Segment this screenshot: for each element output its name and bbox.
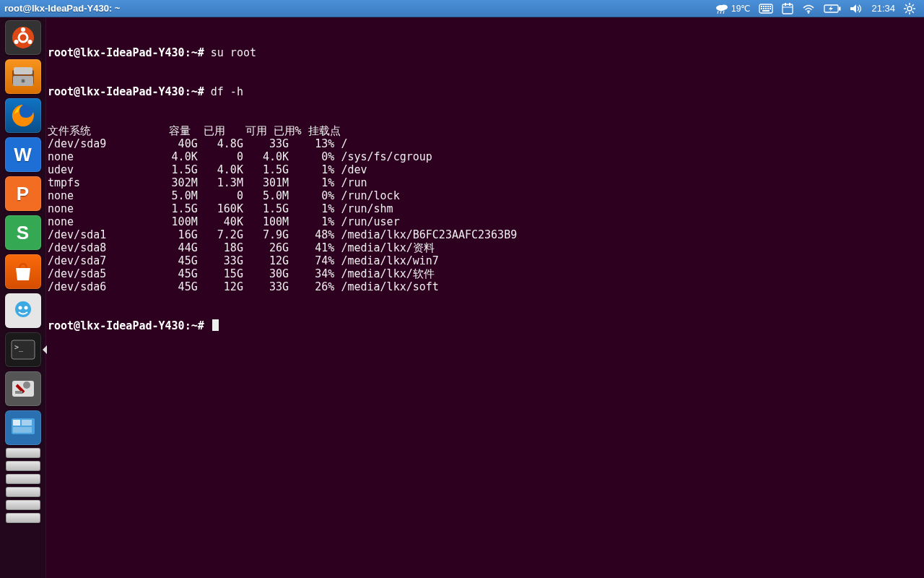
weather-icon (715, 3, 728, 14)
launcher-terminal[interactable]: >_ (5, 332, 41, 367)
clock[interactable]: 21:34 (867, 0, 899, 17)
file-manager-icon (11, 66, 35, 87)
weather-temp: 19℃ (731, 4, 750, 14)
svg-point-43 (21, 79, 25, 83)
svg-point-47 (24, 306, 27, 310)
launcher-messenger[interactable] (5, 293, 41, 328)
svg-rect-15 (770, 8, 771, 9)
ubuntu-icon (11, 25, 35, 50)
wps-s-icon: S (17, 222, 29, 244)
svg-rect-54 (13, 420, 20, 426)
battery-indicator[interactable] (819, 0, 845, 17)
desktop-icon (10, 417, 36, 439)
svg-text:>_: >_ (14, 343, 24, 352)
svg-rect-9 (767, 6, 769, 7)
svg-point-46 (18, 306, 22, 310)
svg-rect-50 (12, 381, 34, 397)
svg-rect-52 (15, 391, 22, 394)
terminal-line: 文件系统 容量 已用 可用 已用% 挂载点 (48, 124, 923, 137)
svg-point-39 (27, 40, 32, 44)
calendar-icon (782, 3, 793, 14)
launcher-drive[interactable] (6, 448, 40, 458)
volume-icon (850, 4, 863, 14)
workarea: W P S >_ root@lkx-IdeaPad-Y430:~# su roo… (0, 17, 924, 578)
launcher-drive[interactable] (6, 461, 40, 471)
launcher-drive[interactable] (6, 474, 40, 484)
svg-rect-10 (770, 6, 771, 7)
terminal-line: /dev/sda6 45G 12G 33G 26% /media/lkx/sof… (48, 280, 923, 293)
battery-icon (824, 4, 841, 13)
top-panel: root@lkx-IdeaPad-Y430: ~ 19℃ 21:34 (0, 0, 924, 17)
svg-rect-41 (14, 67, 32, 74)
svg-rect-6 (761, 6, 762, 7)
firefox-icon (10, 103, 36, 129)
svg-rect-55 (22, 420, 32, 426)
terminal[interactable]: root@lkx-IdeaPad-Y430:~# su root root@lk… (46, 17, 924, 578)
wps-w-icon: W (14, 144, 32, 166)
terminal-prompt-line: root@lkx-IdeaPad-Y430:~# (48, 319, 923, 332)
svg-line-4 (723, 11, 724, 14)
svg-point-38 (14, 40, 18, 44)
launcher-files[interactable] (5, 59, 41, 94)
svg-point-26 (907, 7, 912, 11)
launcher-drive[interactable] (6, 500, 40, 510)
weather-indicator[interactable]: 19℃ (711, 0, 754, 17)
clock-time: 21:34 (871, 3, 895, 14)
svg-rect-8 (765, 6, 767, 7)
cursor (212, 319, 219, 331)
launcher-firefox[interactable] (5, 98, 41, 133)
svg-point-1 (720, 4, 728, 9)
gear-icon (904, 3, 915, 14)
svg-rect-11 (761, 8, 762, 9)
svg-line-31 (905, 4, 907, 6)
window-title: root@lkx-IdeaPad-Y430: ~ (4, 3, 120, 14)
svg-point-51 (23, 381, 30, 389)
terminal-line: none 1.5G 160K 1.5G 1% /run/shm (48, 202, 923, 215)
terminal-line: none 4.0K 0 4.0K 0% /sys/fs/cgroup (48, 150, 923, 163)
keyboard-indicator[interactable] (754, 0, 777, 17)
launcher-drive[interactable] (6, 513, 40, 523)
messenger-icon (12, 299, 35, 322)
terminal-line: /dev/sda9 40G 4.8G 33G 13% / (48, 137, 923, 150)
launcher-dash[interactable] (5, 20, 41, 55)
svg-point-37 (21, 27, 25, 32)
svg-rect-19 (785, 3, 786, 6)
terminal-line: /dev/sda1 16G 7.2G 7.9G 48% /media/lkx/B… (48, 228, 923, 241)
wps-p-icon: P (17, 183, 29, 205)
launcher-wps-spreadsheet[interactable]: S (5, 215, 41, 250)
terminal-line: /dev/sda8 44G 18G 26G 41% /media/lkx/资料 (48, 241, 923, 254)
terminal-line: /dev/sda7 45G 33G 12G 74% /media/lkx/win… (48, 254, 923, 267)
session-indicator[interactable] (899, 0, 920, 17)
launcher-settings[interactable] (5, 371, 41, 406)
settings-icon (11, 378, 35, 400)
svg-line-2 (718, 11, 718, 14)
terminal-line: root@lkx-IdeaPad-Y430:~# df -h (48, 85, 923, 98)
terminal-line: none 5.0M 0 5.0M 0% /run/lock (48, 189, 923, 202)
svg-line-3 (720, 11, 721, 14)
svg-marker-25 (850, 4, 856, 13)
terminal-line: none 100M 40K 100M 1% /run/user (48, 215, 923, 228)
svg-line-34 (905, 11, 907, 12)
terminal-line: udev 1.5G 4.0K 1.5G 1% /dev (48, 163, 923, 176)
shopping-bag-icon (12, 261, 34, 282)
svg-rect-7 (763, 6, 764, 7)
svg-point-21 (808, 12, 809, 13)
launcher-software-center[interactable] (5, 254, 41, 289)
svg-rect-12 (763, 8, 764, 9)
sound-indicator[interactable] (845, 0, 867, 17)
launcher-drive[interactable] (6, 487, 40, 497)
keyboard-icon (759, 4, 773, 14)
svg-rect-20 (789, 3, 790, 6)
launcher-wps-writer[interactable]: W (5, 137, 41, 172)
network-indicator[interactable] (798, 0, 819, 17)
svg-rect-16 (762, 10, 770, 12)
calendar-indicator[interactable] (777, 0, 798, 17)
svg-rect-56 (13, 427, 32, 433)
wifi-icon (802, 4, 815, 14)
svg-rect-14 (767, 8, 769, 9)
terminal-icon: >_ (11, 340, 35, 360)
launcher: W P S >_ (0, 17, 46, 578)
launcher-show-desktop[interactable] (5, 410, 41, 445)
launcher-wps-presentation[interactable]: P (5, 176, 41, 211)
svg-rect-23 (839, 7, 841, 10)
